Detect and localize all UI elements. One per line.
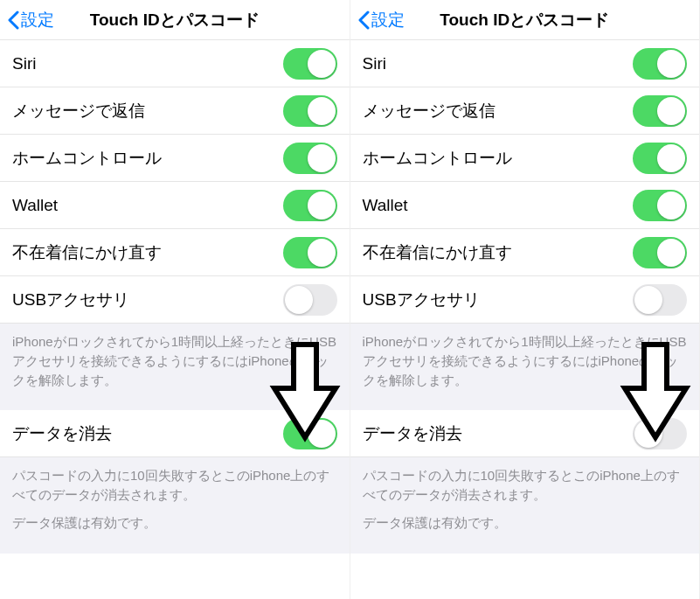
back-label: 設定 [21,9,54,31]
row-return-missed: 不在着信にかけ直す [0,229,350,276]
toggle-knob [657,239,685,267]
row-label-return-missed: 不在着信にかけ直す [12,241,162,264]
toggle-knob [657,144,685,172]
row-label-siri: Siri [12,54,36,73]
row-label-home-control: ホームコントロール [363,147,512,170]
back-button[interactable]: 設定 [357,9,405,31]
toggle-knob [308,420,336,448]
toggle-knob [634,420,662,448]
note-erase-text-1: パスコードの入力に10回失敗するとこのiPhone上のすべてのデータが消去されま… [363,466,688,505]
note-erase-text-1: パスコードの入力に10回失敗するとこのiPhone上のすべてのデータが消去されま… [12,466,337,505]
toggle-return-missed[interactable] [633,237,687,268]
toggle-knob [308,97,336,125]
toggle-knob [657,97,685,125]
row-label-return-missed: 不在着信にかけ直す [363,241,512,264]
toggle-siri[interactable] [633,48,687,80]
note-usb-text: iPhoneがロックされてから1時間以上経ったときにUSBアクセサリを接続できる… [12,332,337,389]
nav-header: 設定 Touch IDとパスコード [0,0,350,40]
row-wallet: Wallet [350,182,700,229]
toggle-wallet[interactable] [283,190,337,221]
row-label-siri: Siri [363,54,386,73]
toggle-wallet[interactable] [633,190,687,221]
note-erase-text-2: データ保護は有効です。 [12,513,337,533]
toggle-knob [308,50,336,78]
row-label-erase-data: データを消去 [363,422,462,445]
row-label-wallet: Wallet [363,196,408,215]
toggle-usb-accessory[interactable] [283,284,337,316]
toggle-reply-message[interactable] [283,95,337,127]
toggle-knob [308,192,336,219]
toggle-knob [634,286,662,314]
row-reply-message: メッセージで返信 [0,87,350,135]
note-erase-text-2: データ保護は有効です。 [363,513,688,533]
row-siri: Siri [0,40,350,87]
toggle-knob [308,239,336,267]
note-erase: パスコードの入力に10回失敗するとこのiPhone上のすべてのデータが消去されま… [350,457,700,553]
toggle-knob [657,192,685,219]
note-erase: パスコードの入力に10回失敗するとこのiPhone上のすべてのデータが消去されま… [0,457,350,553]
back-button[interactable]: 設定 [7,9,54,31]
toggle-reply-message[interactable] [633,95,687,127]
row-label-erase-data: データを消去 [12,422,112,445]
note-usb-text: iPhoneがロックされてから1時間以上経ったときにUSBアクセサリを接続できる… [363,332,688,389]
row-label-usb-accessory: USBアクセサリ [12,289,129,311]
toggle-erase-data[interactable] [283,418,337,449]
chevron-left-icon [357,10,370,30]
row-reply-message: メッセージで返信 [350,87,700,135]
toggle-knob [657,50,685,78]
back-label: 設定 [371,9,405,31]
row-erase-data: データを消去 [0,410,350,457]
toggle-knob [285,286,313,314]
row-return-missed: 不在着信にかけ直す [350,229,700,276]
row-label-home-control: ホームコントロール [12,147,162,170]
row-label-usb-accessory: USBアクセサリ [363,289,480,311]
toggle-home-control[interactable] [283,143,337,174]
toggle-siri[interactable] [283,48,337,80]
row-usb-accessory: USBアクセサリ [0,276,350,324]
row-label-reply-message: メッセージで返信 [12,100,145,122]
toggle-usb-accessory[interactable] [633,284,687,316]
panel-left: 設定 Touch IDとパスコード Siri メッセージで返信 ホームコントロー… [0,0,350,599]
row-home-control: ホームコントロール [0,135,350,182]
panel-right: 設定 Touch IDとパスコード Siri メッセージで返信 ホームコントロー… [350,0,701,599]
row-siri: Siri [350,40,700,87]
row-home-control: ホームコントロール [350,135,700,182]
row-label-wallet: Wallet [12,196,58,215]
row-usb-accessory: USBアクセサリ [350,276,700,324]
row-erase-data: データを消去 [350,410,700,457]
note-usb: iPhoneがロックされてから1時間以上経ったときにUSBアクセサリを接続できる… [0,324,350,410]
toggle-return-missed[interactable] [283,237,337,268]
chevron-left-icon [7,10,19,30]
toggle-home-control[interactable] [633,143,687,174]
nav-header: 設定 Touch IDとパスコード [350,0,700,40]
row-label-reply-message: メッセージで返信 [363,100,496,122]
note-usb: iPhoneがロックされてから1時間以上経ったときにUSBアクセサリを接続できる… [350,324,700,410]
row-wallet: Wallet [0,182,350,229]
toggle-knob [308,144,336,172]
toggle-erase-data[interactable] [633,418,687,449]
